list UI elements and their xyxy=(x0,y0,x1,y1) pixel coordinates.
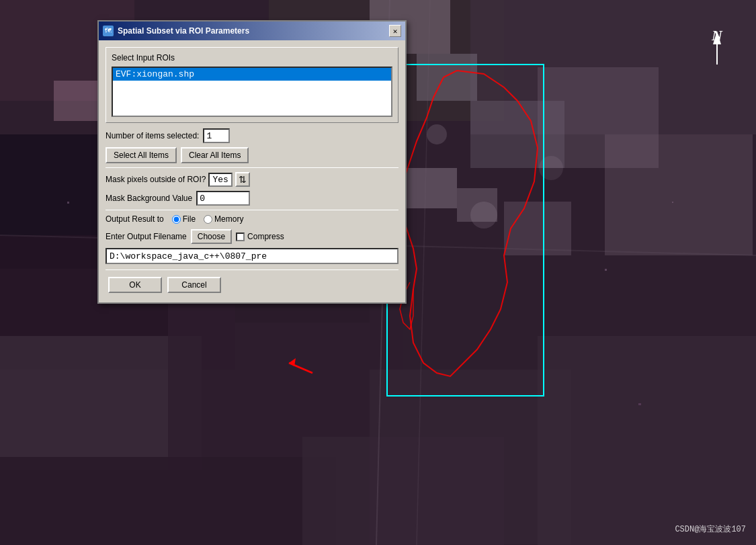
svg-rect-21 xyxy=(403,168,457,208)
dialog: 🗺 Spatial Subset via ROI Parameters ✕ Se… xyxy=(97,20,407,304)
mask-bg-input[interactable] xyxy=(196,191,250,206)
output-memory-radio[interactable] xyxy=(204,215,212,224)
svg-rect-37 xyxy=(672,202,673,203)
choose-button[interactable]: Choose xyxy=(191,229,232,244)
svg-rect-20 xyxy=(538,336,756,545)
compress-label: Compress xyxy=(247,232,284,241)
svg-point-25 xyxy=(470,202,497,228)
roi-section: Select Input ROIs EVF:xiongan.shp xyxy=(106,47,398,123)
roi-list-item[interactable]: EVF:xiongan.shp xyxy=(113,68,391,81)
output-memory-option[interactable]: Memory xyxy=(204,214,243,224)
path-row xyxy=(106,248,398,264)
mask-row: Mask pixels outside of ROI? Yes ⇅ xyxy=(106,172,398,187)
dialog-title: Spatial Subset via ROI Parameters xyxy=(118,26,249,36)
items-selected-label: Number of items selected: xyxy=(106,131,199,140)
svg-point-26 xyxy=(539,156,563,180)
mask-bg-row: Mask Background Value xyxy=(106,191,398,206)
items-selected-input[interactable] xyxy=(203,128,230,143)
svg-rect-9 xyxy=(605,134,753,255)
divider-1 xyxy=(106,167,398,168)
mask-yes-value: Yes xyxy=(208,173,232,187)
compress-checkbox[interactable] xyxy=(236,233,245,241)
svg-rect-23 xyxy=(504,202,571,255)
svg-rect-36 xyxy=(605,269,607,271)
output-file-option[interactable]: File xyxy=(172,214,196,224)
watermark: CSDN@海宝波波107 xyxy=(675,523,746,535)
filename-row: Enter Output Filename Choose Compress xyxy=(106,229,398,244)
svg-rect-28 xyxy=(302,437,504,545)
dialog-icon: 🗺 xyxy=(103,26,114,36)
close-button[interactable]: ✕ xyxy=(389,25,401,37)
svg-rect-27 xyxy=(0,457,336,545)
svg-rect-6 xyxy=(417,54,477,101)
output-file-radio[interactable] xyxy=(172,215,181,224)
mask-bg-label: Mask Background Value xyxy=(106,194,192,203)
output-file-label: File xyxy=(183,214,196,224)
svg-rect-32 xyxy=(67,202,69,204)
selection-buttons-row: Select All Items Clear All Items xyxy=(106,147,398,163)
filename-label: Enter Output Filename xyxy=(106,232,187,241)
mask-toggle-button[interactable]: ⇅ xyxy=(235,172,250,187)
svg-point-24 xyxy=(427,124,447,144)
north-arrow: N xyxy=(712,27,722,65)
roi-section-label: Select Input ROIs xyxy=(112,53,392,62)
ok-button[interactable]: OK xyxy=(108,277,162,293)
bottom-buttons: OK Cancel xyxy=(106,274,398,296)
output-result-row: Output Result to File Memory xyxy=(106,214,398,224)
output-path-input[interactable] xyxy=(106,248,398,264)
select-all-button[interactable]: Select All Items xyxy=(106,147,177,163)
title-bar: 🗺 Spatial Subset via ROI Parameters ✕ xyxy=(99,22,405,40)
cancel-button[interactable]: Cancel xyxy=(167,277,221,293)
compress-option[interactable]: Compress xyxy=(236,232,284,241)
items-selected-row: Number of items selected: xyxy=(106,128,398,143)
clear-all-button[interactable]: Clear All Items xyxy=(181,147,249,163)
output-result-label: Output Result to xyxy=(106,214,164,224)
divider-2 xyxy=(106,210,398,210)
output-memory-label: Memory xyxy=(214,214,243,224)
svg-rect-38 xyxy=(638,403,641,405)
divider-3 xyxy=(106,269,398,270)
mask-label: Mask pixels outside of ROI? xyxy=(106,175,206,184)
roi-listbox[interactable]: EVF:xiongan.shp xyxy=(112,67,392,117)
